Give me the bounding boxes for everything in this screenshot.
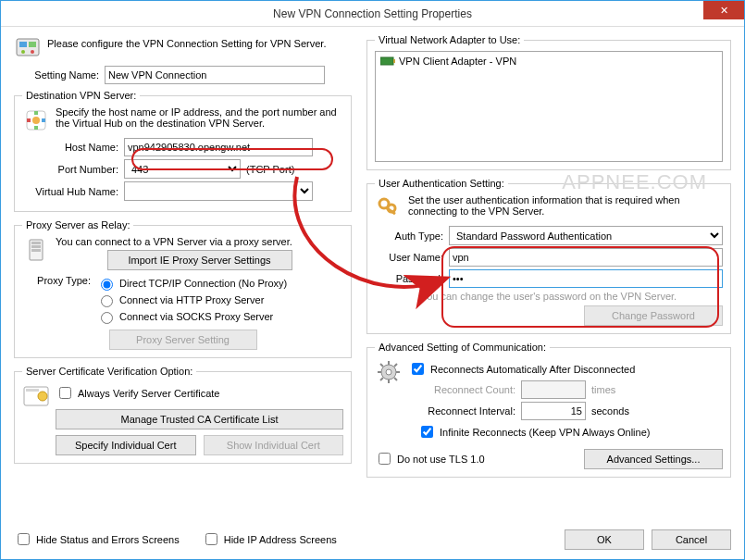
- advanced-group: Advanced Setting of Communication: Recon…: [366, 342, 731, 478]
- svg-rect-2: [29, 42, 36, 47]
- reconnect-auto-label: Reconnects Automatically After Disconnec…: [430, 364, 635, 375]
- destination-help: Specify the host name or IP address, and…: [56, 106, 343, 129]
- proxy-settings-button[interactable]: Proxy Server Setting: [109, 330, 257, 350]
- infinite-reconnect-checkbox[interactable]: [421, 426, 433, 438]
- reconnect-interval-label: Reconnect Interval:: [417, 405, 521, 417]
- hostname-label: Host Name:: [22, 142, 124, 153]
- port-label: Port Number:: [22, 164, 124, 175]
- svg-point-4: [31, 50, 34, 54]
- manage-ca-button[interactable]: Manage Trusted CA Certificate List: [56, 409, 343, 429]
- svg-rect-9: [27, 118, 31, 122]
- svg-rect-10: [42, 118, 45, 122]
- hide-status-label: Hide Status and Errors Screens: [36, 534, 180, 545]
- cert-legend: Server Certificate Verification Option:: [22, 366, 196, 377]
- svg-rect-1: [19, 42, 27, 47]
- hub-select[interactable]: [124, 181, 313, 201]
- proxy-group: Proxy Server as Relay: You can connect t…: [14, 219, 352, 358]
- window-title: New VPN Connection Setting Properties: [273, 7, 472, 20]
- reconnect-count-label: Reconnect Count:: [417, 384, 521, 395]
- keys-icon: [375, 194, 403, 222]
- titlebar: New VPN Connection Setting Properties ✕: [1, 1, 744, 27]
- svg-rect-18: [380, 57, 393, 65]
- cert-group: Server Certificate Verification Option: …: [14, 366, 352, 464]
- reconnect-interval-input[interactable]: [521, 402, 586, 420]
- svg-point-3: [21, 50, 25, 54]
- dialog-window: New VPN Connection Setting Properties ✕ …: [0, 0, 745, 560]
- proxy-http-radio[interactable]: [101, 295, 113, 307]
- advanced-legend: Advanced Setting of Communication:: [375, 342, 550, 353]
- hide-ip-checkbox[interactable]: [205, 533, 217, 545]
- svg-line-31: [394, 364, 397, 367]
- close-icon: ✕: [720, 5, 728, 17]
- adapter-legend: Virtual Network Adapter to Use:: [375, 34, 524, 45]
- proxy-socks-label: Connect via SOCKS Proxy Server: [119, 311, 273, 322]
- reconnect-interval-unit: seconds: [591, 405, 629, 417]
- proxy-direct-radio[interactable]: [101, 279, 113, 291]
- specify-cert-button[interactable]: Specify Individual Cert: [56, 435, 196, 455]
- auth-legend: User Authentication Setting:: [375, 178, 508, 189]
- gear-icon: [375, 358, 403, 386]
- no-tls-label: Do not use TLS 1.0: [397, 454, 485, 465]
- svg-line-32: [380, 378, 383, 380]
- advanced-settings-button[interactable]: Advanced Settings...: [584, 449, 723, 469]
- auth-type-label: Auth Type:: [375, 230, 449, 242]
- hide-status-checkbox[interactable]: [18, 533, 30, 545]
- close-button[interactable]: ✕: [703, 1, 744, 19]
- adapter-group: Virtual Network Adapter to Use: VPN Clie…: [366, 34, 731, 170]
- svg-line-29: [380, 364, 383, 367]
- proxy-socks-radio[interactable]: [101, 312, 113, 324]
- ok-button[interactable]: OK: [565, 529, 644, 550]
- svg-rect-19: [393, 59, 395, 63]
- password-input[interactable]: [449, 269, 723, 288]
- auth-group: User Authentication Setting: Set the use…: [366, 178, 731, 334]
- hide-ip-label: Hide IP Address Screens: [224, 534, 337, 545]
- reconnect-auto-checkbox[interactable]: [412, 363, 424, 375]
- proxy-direct-label: Direct TCP/IP Connection (No Proxy): [119, 278, 287, 289]
- username-input[interactable]: [449, 248, 723, 267]
- proxy-help: You can connect to a VPN Server via a pr…: [56, 236, 343, 247]
- adapter-item-label: VPN Client Adapter - VPN: [399, 56, 516, 67]
- port-hint: (TCP Port): [246, 164, 294, 175]
- infinite-reconnect-label: Infinite Reconnects (Keep VPN Always Onl…: [440, 427, 650, 438]
- reconnect-count-unit: times: [591, 384, 615, 395]
- auth-type-select[interactable]: Standard Password Authentication: [449, 226, 723, 245]
- adapter-listbox[interactable]: VPN Client Adapter - VPN: [375, 51, 723, 162]
- setting-name-input[interactable]: [105, 66, 325, 84]
- intro-text: Please configure the VPN Connection Sett…: [47, 34, 326, 49]
- no-tls-checkbox[interactable]: [379, 453, 391, 465]
- svg-point-22: [388, 205, 395, 212]
- svg-rect-14: [31, 249, 41, 252]
- server-icon: [22, 106, 50, 134]
- hostname-input[interactable]: [124, 138, 313, 156]
- svg-rect-13: [31, 245, 41, 248]
- username-label: User Name:: [375, 252, 449, 263]
- proxy-legend: Proxy Server as Relay:: [22, 219, 133, 230]
- cancel-button[interactable]: Cancel: [652, 529, 731, 550]
- proxy-http-label: Connect via HTTP Proxy Server: [119, 294, 264, 305]
- port-select[interactable]: 443: [124, 159, 241, 179]
- password-note: You can change the user's password on th…: [375, 291, 723, 302]
- destination-legend: Destination VPN Server:: [22, 90, 140, 101]
- proxy-icon: [22, 236, 50, 264]
- destination-group: Destination VPN Server: Specify the host…: [14, 90, 352, 212]
- always-verify-checkbox[interactable]: [59, 387, 71, 399]
- auth-help: Set the user authentication information …: [408, 194, 723, 217]
- list-item[interactable]: VPN Client Adapter - VPN: [378, 54, 720, 68]
- nic-icon: [380, 56, 395, 67]
- svg-rect-8: [34, 126, 38, 130]
- always-verify-label: Always Verify Server Certificate: [78, 388, 219, 399]
- show-cert-button[interactable]: Show Individual Cert: [204, 435, 344, 455]
- proxy-type-label: Proxy Type:: [22, 274, 96, 286]
- svg-point-17: [38, 392, 47, 401]
- svg-point-6: [32, 117, 40, 124]
- svg-rect-16: [26, 389, 39, 392]
- svg-point-24: [386, 369, 391, 375]
- svg-line-30: [394, 378, 397, 380]
- import-proxy-button[interactable]: Import IE Proxy Server Settings: [107, 250, 292, 270]
- change-password-button[interactable]: Change Password: [584, 305, 723, 326]
- svg-rect-7: [34, 111, 38, 115]
- password-label: Password:: [375, 273, 449, 284]
- setting-name-label: Setting Name:: [19, 69, 105, 81]
- hub-label: Virtual Hub Name:: [22, 186, 124, 197]
- reconnect-count-input: [521, 380, 586, 399]
